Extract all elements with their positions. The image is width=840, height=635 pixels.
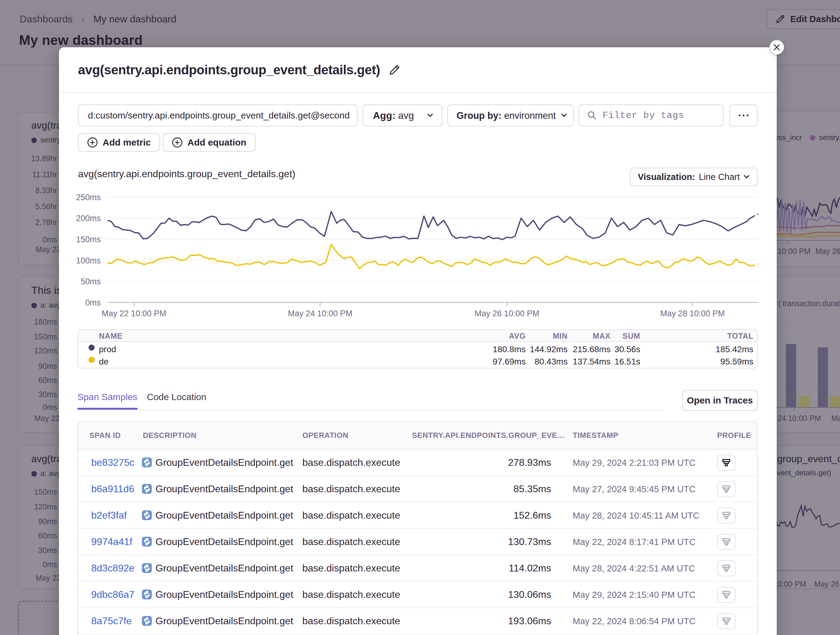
svg-text:150ms: 150ms [76, 235, 101, 244]
svg-text:May 28 10:00 PM: May 28 10:00 PM [660, 309, 725, 318]
svg-text:0ms: 0ms [85, 298, 101, 307]
svg-text:250ms: 250ms [76, 193, 101, 202]
svg-text:May 22 10:00 PM: May 22 10:00 PM [102, 309, 166, 318]
svg-text:100ms: 100ms [76, 256, 101, 265]
svg-text:200ms: 200ms [76, 214, 101, 223]
svg-text:May 24 10:00 PM: May 24 10:00 PM [288, 309, 352, 318]
svg-text:May 26 10:00 PM: May 26 10:00 PM [475, 309, 539, 318]
svg-text:50ms: 50ms [81, 277, 101, 286]
